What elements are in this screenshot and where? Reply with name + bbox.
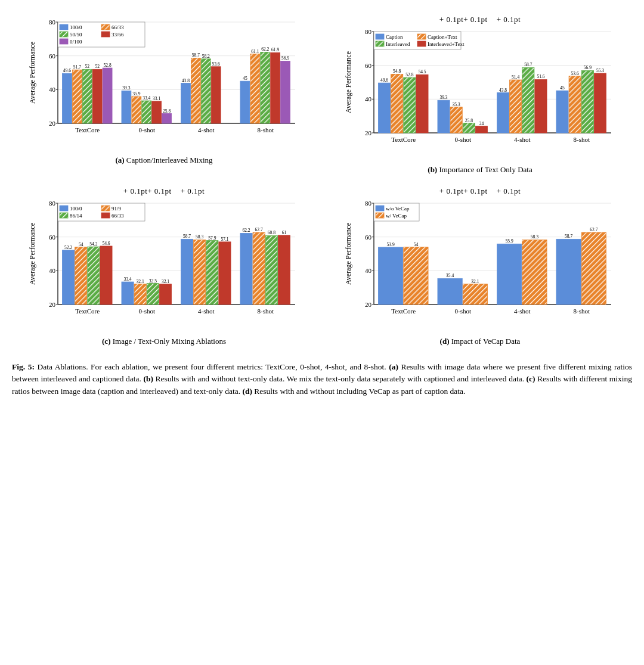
svg-text:62.7: 62.7	[255, 227, 263, 232]
svg-rect-194	[101, 206, 110, 211]
svg-rect-173	[147, 284, 159, 304]
caption-part-b-text: Results with and without text-only data.…	[153, 374, 527, 383]
svg-text:4-shot: 4-shot	[198, 307, 215, 315]
svg-text:52.2: 52.2	[64, 245, 72, 250]
svg-text:w/ VeCap: w/ VeCap	[386, 213, 407, 219]
svg-text:20: 20	[365, 129, 372, 136]
svg-text:60: 60	[49, 52, 56, 60]
svg-rect-225	[404, 247, 428, 304]
svg-rect-119	[535, 79, 547, 133]
svg-text:54.6: 54.6	[102, 241, 110, 246]
svg-text:100/0: 100/0	[70, 206, 82, 212]
svg-rect-111	[522, 67, 534, 133]
chart-d-label-text: Impact of VeCap Data	[450, 337, 521, 346]
svg-rect-51	[103, 68, 112, 123]
svg-text:58.7: 58.7	[183, 234, 191, 239]
svg-rect-121	[594, 73, 606, 133]
svg-text:49.6: 49.6	[63, 68, 71, 73]
svg-text:39.3: 39.3	[439, 95, 447, 100]
svg-text:60: 60	[365, 62, 372, 69]
svg-text:40: 40	[365, 95, 372, 102]
svg-text:60.8: 60.8	[268, 230, 275, 235]
svg-rect-29	[132, 97, 141, 123]
svg-rect-155	[62, 250, 74, 304]
svg-text:56.9: 56.9	[584, 65, 592, 70]
svg-text:58.3: 58.3	[531, 234, 538, 240]
svg-rect-161	[240, 233, 252, 304]
caption-part-a-bold: (a)	[389, 362, 398, 371]
svg-text:TextCore: TextCore	[391, 136, 416, 143]
svg-rect-185	[278, 235, 290, 304]
svg-rect-157	[122, 282, 134, 304]
svg-rect-105	[569, 76, 581, 133]
svg-rect-23	[181, 83, 190, 123]
svg-text:43.8: 43.8	[499, 88, 507, 93]
svg-rect-115	[416, 74, 428, 133]
svg-text:80: 80	[365, 200, 372, 207]
chart-c-label-text: Image / Text-Only Mixing Ablations	[110, 337, 225, 346]
svg-rect-167	[194, 240, 206, 304]
svg-text:54.8: 54.8	[393, 69, 401, 74]
chart-a-label-text: Caption/Interleaved Mixing	[125, 156, 213, 164]
caption-part-d-bold: (d)	[242, 387, 252, 396]
svg-text:0-shot: 0-shot	[455, 136, 472, 143]
svg-rect-49	[271, 52, 280, 123]
svg-text:0-shot: 0-shot	[455, 307, 472, 315]
svg-text:62.7: 62.7	[590, 227, 597, 232]
svg-rect-130	[417, 34, 426, 39]
chart-cell-b: + 0.1pt+ 0.1pt + 0.1pt 20406080Average P…	[328, 12, 632, 178]
svg-text:0-shot: 0-shot	[139, 307, 156, 315]
svg-text:57.9: 57.9	[208, 235, 216, 241]
svg-text:66/33: 66/33	[112, 24, 124, 30]
svg-text:66/33: 66/33	[112, 213, 124, 219]
chart-d-label-prefix: (d)	[440, 337, 450, 346]
svg-rect-39	[201, 59, 210, 123]
svg-text:54.2: 54.2	[89, 241, 97, 247]
svg-text:57.1: 57.1	[221, 237, 228, 242]
svg-text:58.7: 58.7	[565, 234, 572, 239]
svg-text:80: 80	[49, 200, 56, 207]
svg-rect-177	[265, 235, 277, 304]
figure-container: 20406080Average Performance49.639.343.84…	[12, 12, 632, 397]
svg-rect-47	[211, 67, 221, 123]
svg-text:0/100: 0/100	[70, 39, 82, 45]
svg-text:35.3: 35.3	[453, 102, 460, 107]
svg-text:80: 80	[49, 18, 56, 26]
svg-text:56.9: 56.9	[281, 55, 289, 61]
svg-text:8-shot: 8-shot	[258, 307, 274, 315]
svg-text:80: 80	[365, 28, 372, 35]
svg-text:33/66: 33/66	[112, 32, 124, 38]
svg-rect-217	[378, 247, 402, 304]
caption-part-b-bold: (b)	[144, 374, 154, 383]
svg-rect-223	[556, 239, 581, 304]
svg-text:TextCore: TextCore	[75, 126, 100, 133]
svg-text:4-shot: 4-shot	[514, 307, 531, 315]
svg-rect-163	[75, 247, 87, 304]
chart-c-label: (c) Image / Text-Only Mixing Ablations	[15, 337, 313, 346]
chart-b-label: (b) Importance of Text Only Data	[331, 165, 629, 175]
chart-d-svg: 20406080Average Performance53.935.455.95…	[331, 197, 629, 334]
svg-text:0-shot: 0-shot	[139, 126, 156, 133]
svg-text:60: 60	[49, 234, 56, 241]
svg-text:Average Performance: Average Performance	[344, 223, 352, 285]
caption-main-text: Data Ablations. For each ablation, we pr…	[37, 362, 389, 371]
svg-text:33.1: 33.1	[153, 96, 160, 101]
svg-text:45: 45	[560, 85, 565, 91]
svg-text:61: 61	[282, 230, 287, 235]
svg-text:Interleaved: Interleaved	[386, 41, 410, 47]
chart-b-label-text: Importance of Text Only Data	[437, 165, 532, 174]
svg-rect-21	[122, 91, 131, 123]
svg-text:86/14: 86/14	[70, 213, 82, 219]
caption-fig-label: Fig. 5:	[12, 362, 35, 371]
svg-rect-101	[450, 107, 462, 133]
svg-text:52.8: 52.8	[405, 72, 413, 77]
chart-d-wrapper: 20406080Average Performance53.935.455.95…	[331, 197, 629, 334]
svg-rect-33	[250, 54, 260, 123]
svg-text:4-shot: 4-shot	[514, 136, 531, 143]
svg-rect-113	[581, 70, 593, 133]
svg-rect-31	[191, 58, 200, 123]
svg-text:61.9: 61.9	[271, 47, 279, 52]
svg-rect-221	[497, 244, 521, 304]
svg-text:58.7: 58.7	[192, 52, 200, 58]
svg-rect-171	[88, 247, 100, 304]
